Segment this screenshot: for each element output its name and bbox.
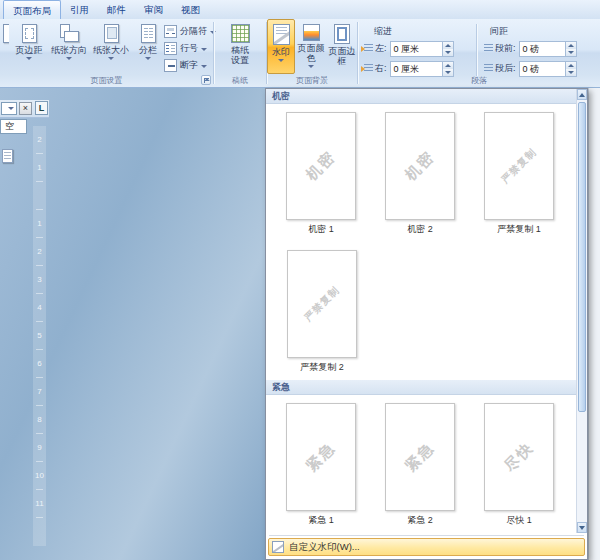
ruler-mark: 9 (33, 434, 46, 462)
chevron-down-icon (579, 526, 585, 530)
spacing-before-input[interactable]: 0 磅 (519, 41, 577, 57)
tab-review[interactable]: 审阅 (135, 0, 172, 19)
watermark-option-label: 紧急 2 (385, 514, 455, 527)
watermark-option[interactable]: 严禁复制 严禁复制 1 (484, 112, 554, 236)
spin-up-icon[interactable] (566, 42, 576, 49)
thumbnail-row: 严禁复制 严禁复制 2 (266, 242, 576, 380)
close-button[interactable]: × (19, 102, 32, 115)
line-numbers-button[interactable]: 行号 (164, 40, 216, 57)
chevron-up-icon (579, 93, 585, 97)
orientation-button[interactable]: 纸张方向 (48, 19, 90, 74)
watermark-option-label: 尽快 1 (484, 514, 554, 527)
watermark-icon (273, 24, 290, 45)
spin-up-icon[interactable] (566, 62, 576, 69)
watermark-option-label: 机密 2 (385, 223, 455, 236)
watermark-option[interactable]: 紧急 紧急 1 (286, 403, 356, 527)
indent-right-icon (362, 63, 373, 74)
hyphenation-button[interactable]: 断字 (164, 57, 216, 74)
ruler-mark: 8 (33, 406, 46, 434)
columns-button[interactable]: 分栏 (132, 19, 164, 74)
page-color-icon (303, 24, 320, 41)
ruler-mark: 2 (33, 126, 46, 154)
ruler-mark: 1 (33, 210, 46, 238)
hyphenation-icon (164, 59, 177, 72)
manuscript-grid-icon (231, 24, 250, 43)
watermark-option[interactable]: 尽快 尽快 1 (484, 403, 554, 527)
group-label-page-background: 页面背景 (267, 75, 357, 86)
ribbon-tab-bar: 页面布局 引用 邮件 审阅 视图 (0, 0, 600, 19)
scroll-down-button[interactable] (577, 522, 587, 533)
ruler-mark: 2 (33, 238, 46, 266)
spin-up-icon[interactable] (443, 62, 453, 69)
breaks-icon (164, 25, 177, 38)
indent-left-input[interactable]: 0 厘米 (390, 41, 454, 57)
watermark-option-label: 严禁复制 2 (286, 361, 358, 374)
chevron-down-icon (145, 57, 151, 60)
vertical-ruler: 2 1 1 2 3 4 5 6 7 8 9 10 11 (33, 126, 46, 546)
watermark-option[interactable]: 机密 机密 1 (286, 112, 356, 236)
thumbnail-row: 机密 机密 1 机密 机密 2 严禁复制 严禁复制 1 (266, 104, 576, 242)
watermark-gallery-popup: 机密 机密 机密 1 机密 机密 2 (265, 88, 588, 560)
line-numbers-icon (164, 42, 177, 55)
text-direction-button-partial[interactable] (0, 19, 10, 74)
spin-up-icon[interactable] (443, 42, 453, 49)
chevron-down-icon (201, 48, 207, 51)
watermark-preview: 紧急 (286, 403, 356, 511)
watermark-preview: 紧急 (385, 403, 455, 511)
page-borders-icon (334, 24, 350, 44)
ruler-mark: 10 (33, 462, 46, 490)
columns-icon (141, 24, 156, 43)
group-page-setup: 页边距 纸张方向 纸张大小 分栏 (0, 19, 213, 87)
watermark-option[interactable]: 机密 机密 2 (385, 112, 455, 236)
tab-type-selector[interactable]: L (35, 101, 48, 115)
page-thumbnail-icon (2, 149, 13, 163)
ruler-mark: 1 (33, 154, 46, 182)
ruler-mark: 11 (33, 490, 46, 518)
dialog-launcher-page-setup[interactable] (201, 75, 211, 85)
chevron-down-icon (278, 59, 284, 62)
indent-left-row: 左: 0 厘米 (362, 40, 454, 57)
document-scrollbar-strip[interactable] (588, 88, 600, 560)
group-manuscript: 稿纸 设置 稿纸 (214, 19, 266, 87)
group-paragraph: 缩进 间距 左: 0 厘米 右: 0 厘米 (358, 19, 600, 87)
watermark-option-label: 紧急 1 (286, 514, 356, 527)
ruler-mark: 7 (33, 378, 46, 406)
scroll-up-button[interactable] (577, 89, 587, 100)
chevron-down-icon (201, 65, 207, 68)
paper-size-button[interactable]: 纸张大小 (90, 19, 132, 74)
watermark-preview: 严禁复制 (287, 250, 357, 358)
manuscript-settings-button[interactable]: 稿纸 设置 (216, 19, 264, 74)
tab-view[interactable]: 视图 (172, 0, 209, 19)
ruler-mark (33, 182, 46, 210)
page-borders-button[interactable]: 页面边框 (327, 19, 357, 74)
ruler-mark: 3 (33, 266, 46, 294)
tab-page-layout[interactable]: 页面布局 (3, 0, 61, 19)
spin-down-icon[interactable] (566, 49, 576, 56)
watermark-option[interactable]: 严禁复制 严禁复制 2 (286, 250, 358, 374)
page-color-button[interactable]: 页面颜色 (295, 19, 327, 74)
tab-mailings[interactable]: 邮件 (98, 0, 135, 19)
ruler-mark: 5 (33, 322, 46, 350)
paper-size-icon (104, 24, 119, 43)
style-combo[interactable] (1, 102, 17, 115)
ribbon: 页边距 纸张方向 纸张大小 分栏 (0, 19, 600, 88)
spin-down-icon[interactable] (443, 49, 453, 56)
watermark-button[interactable]: 水印 (267, 19, 295, 74)
thumbnail-row: 紧急 紧急 1 紧急 紧急 2 尽快 尽快 1 (266, 395, 576, 533)
style-name-box[interactable]: 空 (0, 119, 27, 134)
spacing-header: 间距 (490, 25, 508, 38)
text-direction-icon (3, 24, 10, 43)
margins-button[interactable]: 页边距 (10, 19, 48, 74)
custom-watermark-item[interactable]: 自定义水印(W)... (268, 538, 585, 556)
gallery-scrollbar[interactable] (576, 89, 587, 533)
ruler-mark: 6 (33, 350, 46, 378)
orientation-icon (59, 24, 80, 43)
group-label-paragraph: 段落 (358, 75, 600, 86)
scroll-thumb[interactable] (578, 102, 586, 412)
tab-references[interactable]: 引用 (61, 0, 98, 19)
spacing-after-icon (482, 63, 493, 74)
watermark-option[interactable]: 紧急 紧急 2 (385, 403, 455, 527)
watermark-preview: 机密 (286, 112, 356, 220)
breaks-button[interactable]: 分隔符 (164, 23, 216, 40)
indent-left-icon (362, 43, 373, 54)
